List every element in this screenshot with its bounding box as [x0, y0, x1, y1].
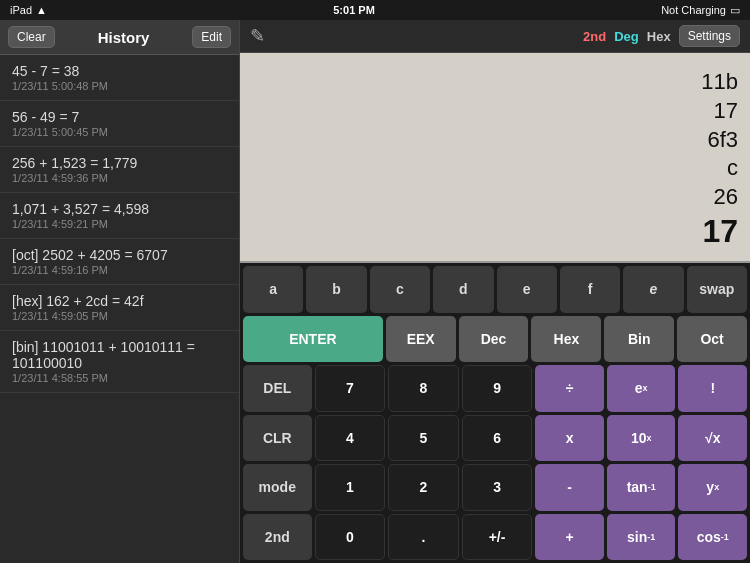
key-d[interactable]: d	[433, 266, 493, 313]
status-bar: iPad ▲ 5:01 PM Not Charging ▭	[0, 0, 750, 20]
mode-deg[interactable]: Deg	[614, 29, 639, 44]
key-clr[interactable]: CLR	[243, 415, 312, 462]
history-item[interactable]: 1,071 + 3,527 = 4,598 1/23/11 4:59:21 PM	[0, 193, 239, 239]
key-hex[interactable]: Hex	[531, 316, 601, 363]
history-header: Clear History Edit	[0, 20, 239, 55]
key-1[interactable]: 1	[315, 464, 386, 511]
history-expr: 256 + 1,523 = 1,779	[12, 155, 227, 171]
key-row-1: a b c d e f e swap	[243, 266, 747, 313]
history-item[interactable]: 45 - 7 = 38 1/23/11 5:00:48 PM	[0, 55, 239, 101]
calc-display: 11b 17 6f3 c 26 17	[240, 53, 750, 263]
key-c[interactable]: c	[370, 266, 430, 313]
settings-button[interactable]: Settings	[679, 25, 740, 47]
key-row-5: mode 1 2 3 - tan-1 yx	[243, 464, 747, 511]
status-left: iPad ▲	[10, 4, 47, 16]
calc-header: ✎ 2nd Deg Hex Settings	[240, 20, 750, 53]
history-item[interactable]: 56 - 49 = 7 1/23/11 5:00:45 PM	[0, 101, 239, 147]
key-enter[interactable]: ENTER	[243, 316, 383, 363]
history-item[interactable]: [oct] 2502 + 4205 = 6707 1/23/11 4:59:16…	[0, 239, 239, 285]
key-divide[interactable]: ÷	[535, 365, 604, 412]
history-expr: [bin] 11001011 + 10010111 = 101100010	[12, 339, 227, 371]
key-row-3: DEL 7 8 9 ÷ ex !	[243, 365, 747, 412]
battery-icon: ▭	[730, 4, 740, 17]
wifi-icon: ▲	[36, 4, 47, 16]
history-expr: 1,071 + 3,527 = 4,598	[12, 201, 227, 217]
display-line-2: 17	[714, 97, 738, 126]
clear-button[interactable]: Clear	[8, 26, 55, 48]
key-2[interactable]: 2	[388, 464, 459, 511]
display-line-3: 6f3	[707, 126, 738, 155]
key-5[interactable]: 5	[388, 415, 459, 462]
key-a[interactable]: a	[243, 266, 303, 313]
display-line-5: 26	[714, 183, 738, 212]
display-line-current: 17	[702, 211, 738, 253]
key-arccos[interactable]: cos-1	[678, 514, 747, 561]
display-line-4: c	[727, 154, 738, 183]
history-date: 1/23/11 5:00:45 PM	[12, 126, 227, 138]
history-expr: 45 - 7 = 38	[12, 63, 227, 79]
key-row-4: CLR 4 5 6 x 10x √x	[243, 415, 747, 462]
calc-header-right: 2nd Deg Hex Settings	[583, 25, 740, 47]
key-row-6: 2nd 0 . +/- + sin-1 cos-1	[243, 514, 747, 561]
history-title: History	[98, 29, 150, 46]
history-date: 1/23/11 5:00:48 PM	[12, 80, 227, 92]
history-item[interactable]: [hex] 162 + 2cd = 42f 1/23/11 4:59:05 PM	[0, 285, 239, 331]
key-e-italic[interactable]: e	[623, 266, 683, 313]
key-arctan[interactable]: tan-1	[607, 464, 676, 511]
battery-label: Not Charging	[661, 4, 726, 16]
key-dec[interactable]: Dec	[459, 316, 529, 363]
key-arcsin[interactable]: sin-1	[607, 514, 676, 561]
key-4[interactable]: 4	[315, 415, 386, 462]
key-oct[interactable]: Oct	[677, 316, 747, 363]
key-3[interactable]: 3	[462, 464, 533, 511]
edit-icon[interactable]: ✎	[250, 25, 265, 47]
key-eex[interactable]: EEX	[386, 316, 456, 363]
key-factorial[interactable]: !	[678, 365, 747, 412]
history-date: 1/23/11 4:59:16 PM	[12, 264, 227, 276]
history-date: 1/23/11 4:58:55 PM	[12, 372, 227, 384]
key-mode[interactable]: mode	[243, 464, 312, 511]
key-f[interactable]: f	[560, 266, 620, 313]
key-subtract[interactable]: -	[535, 464, 604, 511]
key-multiply[interactable]: x	[535, 415, 604, 462]
calc-panel: ✎ 2nd Deg Hex Settings 11b 17 6f3 c 26 1…	[240, 20, 750, 563]
key-8[interactable]: 8	[388, 365, 459, 412]
keypad: a b c d e f e swap ENTER EEX Dec Hex Bin…	[240, 263, 750, 563]
history-list: 45 - 7 = 38 1/23/11 5:00:48 PM 56 - 49 =…	[0, 55, 239, 563]
display-line-1: 11b	[701, 68, 738, 97]
key-swap[interactable]: swap	[687, 266, 747, 313]
mode-hex[interactable]: Hex	[647, 29, 671, 44]
history-item[interactable]: 256 + 1,523 = 1,779 1/23/11 4:59:36 PM	[0, 147, 239, 193]
key-9[interactable]: 9	[462, 365, 533, 412]
key-2nd[interactable]: 2nd	[243, 514, 312, 561]
key-decimal[interactable]: .	[388, 514, 459, 561]
mode-2nd[interactable]: 2nd	[583, 29, 606, 44]
history-item[interactable]: [bin] 11001011 + 10010111 = 101100010 1/…	[0, 331, 239, 393]
calc-header-left: ✎	[250, 25, 265, 47]
key-e[interactable]: e	[497, 266, 557, 313]
key-7[interactable]: 7	[315, 365, 386, 412]
history-panel: Clear History Edit 45 - 7 = 38 1/23/11 5…	[0, 20, 240, 563]
history-expr: [hex] 162 + 2cd = 42f	[12, 293, 227, 309]
key-bin[interactable]: Bin	[604, 316, 674, 363]
status-right: Not Charging ▭	[661, 4, 740, 17]
key-0[interactable]: 0	[315, 514, 386, 561]
key-row-2: ENTER EEX Dec Hex Bin Oct	[243, 316, 747, 363]
status-time: 5:01 PM	[333, 4, 375, 16]
edit-button[interactable]: Edit	[192, 26, 231, 48]
key-add[interactable]: +	[535, 514, 604, 561]
key-exp[interactable]: ex	[607, 365, 676, 412]
key-b[interactable]: b	[306, 266, 366, 313]
history-date: 1/23/11 4:59:21 PM	[12, 218, 227, 230]
key-6[interactable]: 6	[462, 415, 533, 462]
history-date: 1/23/11 4:59:05 PM	[12, 310, 227, 322]
key-sqrt[interactable]: √x	[678, 415, 747, 462]
key-del[interactable]: DEL	[243, 365, 312, 412]
key-yx[interactable]: yx	[678, 464, 747, 511]
history-expr: 56 - 49 = 7	[12, 109, 227, 125]
main-layout: Clear History Edit 45 - 7 = 38 1/23/11 5…	[0, 20, 750, 563]
history-expr: [oct] 2502 + 4205 = 6707	[12, 247, 227, 263]
key-plusminus[interactable]: +/-	[462, 514, 533, 561]
history-date: 1/23/11 4:59:36 PM	[12, 172, 227, 184]
key-10x[interactable]: 10x	[607, 415, 676, 462]
